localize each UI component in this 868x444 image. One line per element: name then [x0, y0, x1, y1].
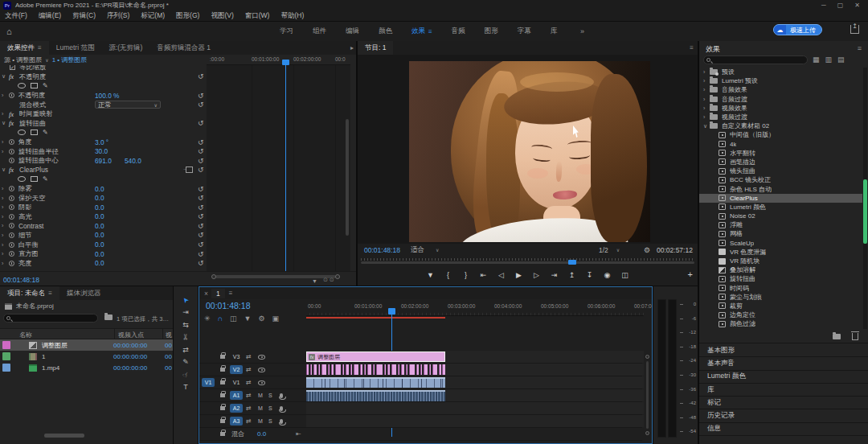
effects-tree-item[interactable]: Lumetri 颜色: [699, 203, 862, 212]
eye-icon[interactable]: [258, 355, 265, 360]
program-timecode[interactable]: 00:01:48:18: [364, 246, 400, 254]
eye-icon[interactable]: [258, 368, 265, 372]
effect-property-row[interactable]: › ✓ fx 亮度 ✎ 0.0 ∨ ↺: [0, 258, 206, 268]
property-value[interactable]: 0.0: [95, 250, 104, 258]
pink-clip-segment[interactable]: [364, 364, 366, 375]
pink-clip-segment[interactable]: [328, 364, 330, 375]
effects-tree-item[interactable]: › 视频效果: [699, 104, 862, 113]
speed-upload-button[interactable]: ☁ 极速上传: [773, 24, 822, 35]
solo-button[interactable]: S: [268, 393, 272, 398]
twirl-icon[interactable]: ›: [703, 69, 710, 75]
track-content[interactable]: fx调整图层: [306, 351, 644, 363]
panel-tab[interactable]: 源:(无剪辑) ≡: [101, 41, 149, 55]
pink-clip-segment[interactable]: [360, 364, 362, 375]
track-name-badge[interactable]: A1: [230, 391, 243, 400]
stacked-panel-tab[interactable]: 标记: [699, 397, 868, 409]
stopwatch-icon[interactable]: [9, 204, 14, 210]
stopwatch-icon[interactable]: [9, 232, 14, 238]
stopwatch-icon[interactable]: [9, 214, 14, 220]
fx-badge-icon[interactable]: fx: [9, 119, 19, 127]
mute-button[interactable]: M: [258, 418, 263, 424]
mark-in-button[interactable]: {: [443, 271, 453, 279]
mute-button[interactable]: M: [258, 405, 263, 411]
solo-button[interactable]: S: [268, 418, 272, 424]
menu-item[interactable]: 图形(G): [176, 11, 199, 21]
effect-property-row[interactable]: › ✓ fx 保护天空 ✎ 0.0 ∨ ↺: [0, 193, 206, 203]
twirl-icon[interactable]: ∨: [2, 120, 9, 126]
reset-icon[interactable]: ↺: [198, 166, 204, 174]
adjustment-layer-clip[interactable]: fx调整图层: [306, 352, 445, 362]
twirl-icon[interactable]: ›: [2, 92, 9, 98]
add-marker-button[interactable]: ▼: [244, 314, 252, 323]
panel-tab[interactable]: 媒体浏览器 ≡: [59, 286, 108, 300]
caption-options-icon[interactable]: ▣: [272, 314, 280, 323]
twirl-icon[interactable]: ›: [703, 105, 710, 111]
pen-mask-icon[interactable]: ✎: [43, 129, 48, 136]
yuv-effects-filter-icon[interactable]: ▤: [837, 56, 845, 64]
effect-property-row[interactable]: ✓ fx 等比缩放 ✎ ∨ ↺: [0, 65, 206, 72]
reset-icon[interactable]: ↺: [198, 194, 204, 202]
bit32-color-filter-icon[interactable]: ▥: [825, 56, 833, 64]
mute-button[interactable]: M: [258, 393, 263, 398]
lock-icon[interactable]: [220, 406, 225, 410]
effects-tree-item[interactable]: › 预设: [699, 68, 862, 76]
menu-item[interactable]: 编辑(E): [39, 11, 61, 21]
sync-lock-icon[interactable]: ⇄: [246, 353, 252, 360]
effects-tree-item[interactable]: 裁剪: [699, 302, 862, 310]
pink-clip-segment[interactable]: [406, 364, 407, 375]
workspace-tab[interactable]: 组件 ≡: [313, 27, 326, 36]
fit-dropdown[interactable]: 适合∨: [411, 245, 439, 255]
stopwatch-icon[interactable]: [9, 186, 14, 191]
twirl-icon[interactable]: ›: [2, 186, 9, 191]
effect-property-row[interactable]: › ✓ fx 高光 ✎ 0.0 ∨ ↺: [0, 212, 206, 222]
reset-icon[interactable]: ↺: [198, 147, 204, 155]
effects-tree-item[interactable]: 蒙尘与划痕: [699, 293, 862, 302]
sync-lock-icon[interactable]: ⇄: [246, 392, 252, 399]
pink-clip-segment[interactable]: [310, 364, 312, 375]
pink-clip-segment[interactable]: [387, 364, 390, 375]
effects-tree-item[interactable]: 叠加溶解: [699, 265, 862, 274]
workspace-overflow-chevron[interactable]: »: [580, 27, 584, 35]
label-color-chip[interactable]: [2, 352, 10, 360]
keyframe-horizontal-scrollbar[interactable]: [211, 274, 340, 279]
twirl-icon[interactable]: ∨: [2, 166, 9, 173]
pink-clip-segment[interactable]: [439, 364, 441, 375]
stopwatch-icon[interactable]: [9, 242, 14, 248]
window-control-button[interactable]: ✕: [854, 2, 860, 9]
project-search-input[interactable]: [3, 314, 98, 323]
source-patch[interactable]: V1: [202, 378, 215, 387]
menu-item[interactable]: 文件(F): [5, 11, 27, 21]
effects-tree-item[interactable]: 边角定位: [699, 310, 862, 319]
program-scrubber[interactable]: [361, 258, 694, 265]
1.mp4[interactable]: 1.mp4 00:00:00:00 00: [0, 362, 173, 373]
reset-icon[interactable]: ↺: [198, 240, 204, 249]
effects-tree-item[interactable]: 旋转扭曲: [699, 274, 862, 283]
stacked-panel-tab[interactable]: 历史记录: [699, 409, 868, 422]
twirl-icon[interactable]: ›: [2, 261, 9, 266]
keyframe-ruler[interactable]: :00:0000:01:00:0000:02:00:0000:0: [207, 55, 350, 65]
effect-property-row[interactable]: › ✓ fx 白平衡 ✎ 0.0 ∨ ↺: [0, 240, 206, 249]
effects-tree-item[interactable]: 画笔描边: [699, 158, 862, 166]
track-name-badge[interactable]: V3: [230, 352, 243, 361]
step-back-button[interactable]: ◁: [496, 271, 506, 279]
stacked-panel-tab[interactable]: 基本图形: [699, 344, 868, 357]
menu-item[interactable]: 序列(S): [107, 11, 129, 21]
stacked-panel-tab[interactable]: 库: [699, 384, 868, 397]
pink-clip-segment[interactable]: [432, 364, 437, 375]
effect-setup-icon[interactable]: [186, 166, 193, 173]
video-clip[interactable]: [306, 377, 445, 388]
pink-clip-segment[interactable]: [313, 364, 317, 375]
effects-tree-item[interactable]: › 音频过渡: [699, 95, 862, 104]
panel-tab[interactable]: 音频剪辑混合器 1 ≡: [149, 41, 218, 55]
reset-icon[interactable]: ↺: [198, 101, 204, 109]
eye-icon[interactable]: [258, 380, 265, 385]
snap-toggle[interactable]: ∩: [218, 314, 223, 323]
razor-tool[interactable]: ✄: [179, 334, 192, 341]
stopwatch-icon[interactable]: [9, 223, 14, 228]
menu-item[interactable]: 视图(V): [211, 11, 233, 21]
panel-tab[interactable]: Lumetri 范围 ≡: [49, 41, 102, 55]
mic-icon[interactable]: [280, 393, 283, 398]
effects-tree-item[interactable]: › 音频效果: [699, 85, 862, 94]
reset-icon[interactable]: ↺: [198, 250, 204, 258]
reset-icon[interactable]: ↺: [198, 185, 204, 193]
